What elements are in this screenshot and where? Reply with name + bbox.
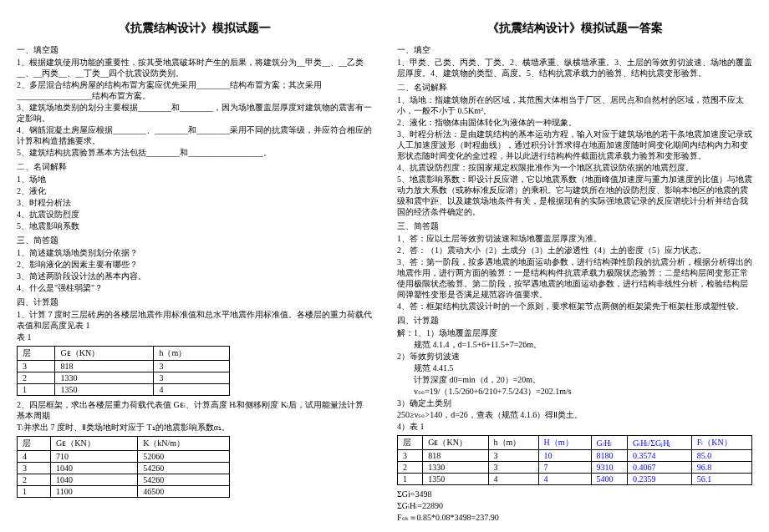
a4-3a: 3）确定土类别 (397, 398, 752, 408)
t3-h3: H（m） (538, 436, 591, 450)
q3-4: 4、什么是"强柱弱梁"？ (17, 282, 372, 293)
q2-3: 3、时程分析法 (17, 197, 372, 208)
section-2-title: 二、名词解释 (17, 161, 372, 172)
a4-6: ΣGᵢHᵢ=22890 (397, 500, 752, 511)
t1-h1: Gᴇ（KN） (55, 347, 154, 361)
q3-2: 2、影响液化的因素主要有哪些？ (17, 259, 372, 270)
a4-2b: 规范 4.41.5 (397, 362, 752, 373)
a2-5: 5、地震影响系数：即设计反应谱，它以地震系数（地面峰值加速度与重力加速度的比值）… (397, 174, 752, 217)
table1-caption: 表 1 (17, 332, 372, 342)
q1-1: 1、根据建筑使用功能的重要性，按其受地震破坏时产生的后果，将建筑分为__甲类__… (17, 57, 372, 79)
table-1: 层 Gᴇ（KN） h（m） 38183 213303 113504 (17, 346, 230, 396)
t2-h1: Gᴇ（KN） (51, 437, 138, 451)
t3-h5: GᵢHᵢ/ΣGⱼHⱼ (627, 436, 691, 450)
a2-2: 2、液化：指物体由固体转化为液体的一种现象。 (397, 117, 752, 128)
a4-2c: 计算深度 d0=min（d，20）=20m。 (397, 374, 752, 385)
a2-4: 4、抗震设防烈度：按国家规定权限批准作为一个地区抗震设防依据的地震烈度。 (397, 162, 752, 173)
t3-h2: h（m） (488, 436, 538, 450)
table-2: 层 Gᴇ（KN） K（kN/m） 471052060 3104054260 21… (17, 436, 230, 498)
q2-4: 4、抗震设防烈度 (17, 209, 372, 220)
q3-3: 3、简述两阶段设计法的基本内容。 (17, 271, 372, 281)
a3-2: 2、答：（1）震动大小（2）土成分（3）土的渗透性（4）土的密度（5）应力状态。 (397, 245, 752, 256)
a4-1: 规范 4.1.4，d=1.5+6+11.5+7=26m。 (397, 339, 752, 350)
ans-s1-title: 一、填空 (397, 44, 752, 55)
section-4-title: 四、计算题 (17, 296, 372, 307)
ans-s4-title: 四、计算题 (397, 315, 752, 326)
t3-h4: GᵢHᵢ (591, 436, 627, 450)
ans-s2-title: 二、名词解释 (397, 82, 752, 93)
a4-4: 4）表 1 (397, 421, 752, 432)
ans-s3-title: 三、简答题 (397, 220, 752, 231)
t1-h2: h（m） (154, 347, 230, 361)
a3-3: 3、答：第一阶段，按多遇地震的地面运动参数，进行结构弹性阶段的抗震分析，根据分析… (397, 256, 752, 300)
a3-4: 4、答：框架结构抗震设计时的一个原则，要求框架节点两侧的框架梁先于框架柱形成塑性… (397, 301, 752, 312)
q4-2a: 2、四层框架，求出各楼层重力荷载代表值 Gᴇᵢ、计算高度 Hᵢ和侧移刚度 Kᵢ后… (17, 399, 372, 421)
q1-2: 2、多层混合结构房屋的结构布置方案应优先采用________结构布置方案；其次采… (17, 79, 372, 101)
q2-1: 1、场地 (17, 174, 372, 185)
right-column: 《抗震结构设计》模拟试题一答案 一、填空 1、甲类、己类、丙类、丁类。2、横墙承… (397, 17, 752, 524)
a4-5: ΣGi=3498 (397, 489, 752, 499)
left-title: 《抗震结构设计》模拟试题一 (17, 21, 372, 36)
a4-3b: 250≥vₛₑ>140，d=26，查表（规范 4.1.6）得Ⅱ类土。 (397, 409, 752, 420)
q4-1: 1、计算 7 度时三层砖房的各楼层地震作用标准值和总水平地震作用标准值。各楼层的… (17, 309, 372, 331)
t3-h0: 层 (398, 436, 423, 450)
q2-2: 2、液化 (17, 185, 372, 196)
t3-h1: Gᴇ（KN） (423, 436, 488, 450)
a4-2d: vₛₑ=19/（1.5/260+6/210+7.5/243）=202.1m/s (397, 386, 752, 397)
a4-2a: 2）等效剪切波速 (397, 351, 752, 362)
t2-h2: K（kN/m） (138, 437, 230, 451)
table-3: 层 Gᴇ（KN） h（m） H（m） GᵢHᵢ GᵢHᵢ/ΣGⱼHⱼ Fᵢ（KN… (397, 435, 752, 485)
a4-7: Fₑₖ＝0.85*0.08*3498=237.90 (397, 512, 752, 523)
q4-2b: Tᵢ并求出 7 度时、Ⅱ类场地时对应于 T₁的地震影响系数α₁。 (17, 422, 372, 433)
right-title: 《抗震结构设计》模拟试题一答案 (397, 21, 752, 36)
a1-1: 1、甲类、己类、丙类、丁类。2、横墙承重、纵横墙承重。3、土层的等效剪切波速、场… (397, 57, 752, 79)
q1-3: 3、建筑场地类别的划分主要根据________和________，因为场地覆盖层… (17, 102, 372, 124)
t3-h6: Fᵢ（KN） (691, 436, 751, 450)
a2-1: 1、场地：指建筑物所在的区域，其范围大体相当于厂区、居民点和自然村的区域，范围不… (397, 94, 752, 116)
t1-h0: 层 (18, 347, 55, 361)
q2-5: 5、地震影响系数 (17, 220, 372, 231)
q1-5: 5、建筑结构抗震验算基本方法包括________和_______________… (17, 147, 372, 158)
a3-1: 1、答：应以土层等效剪切波速和场地覆盖层厚度为准。 (397, 233, 752, 244)
left-column: 《抗震结构设计》模拟试题一 一、填空题 1、根据建筑使用功能的重要性，按其受地震… (17, 17, 372, 524)
section-1-title: 一、填空题 (17, 44, 372, 55)
q1-4: 4、钢筋混凝土房屋应根据________、________和________采用… (17, 124, 372, 146)
a2-3: 3、时程分析法：是由建筑结构的基本运动方程，输入对应于建筑场地的若干条地震加速度… (397, 129, 752, 161)
a4-0: 解：1、1）场地覆盖层厚度 (397, 327, 752, 338)
q3-1: 1、简述建筑场地类别划分依据？ (17, 247, 372, 258)
section-3-title: 三、简答题 (17, 235, 372, 246)
t2-h0: 层 (18, 437, 51, 451)
